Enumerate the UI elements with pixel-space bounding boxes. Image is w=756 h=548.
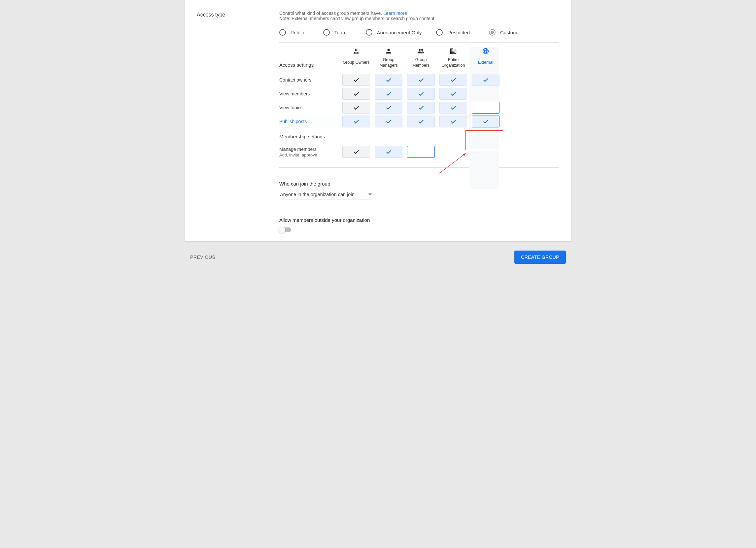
person-icon [385,48,392,55]
people-icon [417,48,425,55]
radio-team[interactable]: Team [323,29,347,36]
row-manage-members: Manage members Add, invite, approve [279,143,502,161]
chk-pub-owners[interactable] [342,116,370,127]
note-label: Note: [279,16,290,21]
col-org-label: Entire Organization [438,55,468,73]
radio-team-label: Team [334,30,347,35]
radio-custom[interactable]: Custom [489,29,517,36]
chk-pub-members[interactable] [407,116,435,127]
radio-announcement-label: Announcement Only [377,30,422,35]
previous-button[interactable]: PREVIOUS [190,255,215,260]
chk-viewt-members[interactable] [407,102,435,114]
membership-settings-heading: Membership settings [279,128,340,143]
description-text: Control what kind of access group member… [279,11,382,16]
who-can-join-title: Who can join the group [279,181,559,187]
chk-viewt-external[interactable] [472,102,499,114]
allow-external-toggle[interactable] [279,227,291,232]
access-settings-heading: Access settings [279,55,340,73]
chk-manage-owners[interactable] [342,146,370,158]
col-members-label: Group Members [406,55,436,73]
col-members-icon [405,47,437,55]
col-managers-icon [372,47,405,55]
radio-public-label: Public [291,30,304,35]
create-group-button[interactable]: CREATE GROUP [514,251,566,264]
manage-members-label: Manage members [279,147,340,152]
chk-contact-org[interactable] [439,74,467,86]
who-can-join-select[interactable]: Anyone in the organization can join [279,190,372,199]
col-org-icon [437,47,469,55]
col-owners-label: Group Owners [341,58,371,70]
access-note: Note: External members can't view group … [279,16,559,21]
row-contact-owners: Contact owners [279,73,502,87]
radio-custom-label: Custom [500,30,517,35]
chk-contact-members[interactable] [407,74,435,86]
radio-restricted-label: Restricted [447,30,470,35]
chk-viewt-owners[interactable] [342,102,370,114]
domain-icon [450,48,457,55]
chk-contact-external[interactable] [472,74,499,86]
section-title: Access type [197,12,279,18]
chk-manage-members[interactable] [407,146,435,158]
chk-viewm-managers[interactable] [375,88,402,100]
radio-public[interactable]: Public [279,29,304,36]
access-type-radios: Public Team Announcement Only Restricted [279,29,559,43]
allow-external-title: Allow members outside your organization [279,217,559,223]
chk-contact-managers[interactable] [375,74,402,86]
chevron-down-icon [368,193,372,195]
chk-viewt-org[interactable] [439,102,467,114]
chk-viewm-owners[interactable] [342,88,370,100]
manage-members-sublabel: Add, invite, approve [279,153,340,157]
person-outline-icon [353,48,360,55]
row-publish-posts: Publish posts [279,115,502,128]
learn-more-link[interactable]: Learn more [383,11,407,16]
col-external-icon [469,47,502,55]
chk-viewm-members[interactable] [407,88,435,100]
radio-restricted[interactable]: Restricted [436,29,470,36]
chk-pub-managers[interactable] [375,116,402,127]
chk-pub-external[interactable] [472,116,499,127]
note-text: External members can't view group member… [292,16,434,21]
globe-icon [482,48,489,55]
who-can-join-value: Anyone in the organization can join [280,192,355,197]
chk-manage-managers[interactable] [375,146,402,158]
row-view-topics: View topics [279,101,502,115]
radio-announcement[interactable]: Announcement Only [366,29,422,36]
col-managers-label: Group Managers [374,55,403,73]
col-owners-icon [340,47,372,55]
chk-contact-owners[interactable] [342,74,370,86]
chk-viewm-org[interactable] [439,88,467,100]
row-view-members: View members [279,87,502,101]
chk-viewt-managers [375,102,402,114]
col-external-label: External [471,58,500,70]
access-description: Control what kind of access group member… [279,11,559,16]
chk-pub-org[interactable] [439,116,467,127]
